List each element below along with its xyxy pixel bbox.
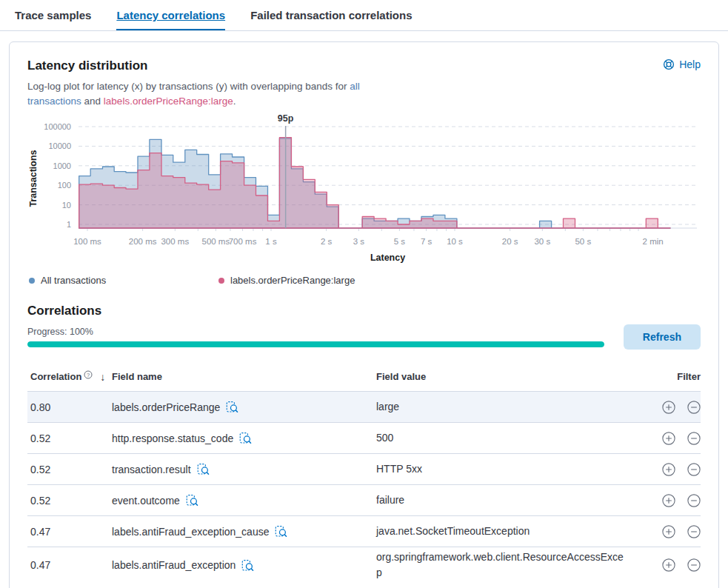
filter-include-button[interactable] bbox=[662, 558, 675, 572]
filter-exclude-button[interactable] bbox=[687, 463, 701, 476]
table-row: 0.47labels.antiFraud_exception_causejava… bbox=[27, 515, 701, 547]
field-name-value: transaction.result bbox=[112, 464, 191, 475]
svg-text:10: 10 bbox=[62, 201, 71, 210]
svg-text:1 s: 1 s bbox=[265, 237, 277, 246]
svg-text:50 s: 50 s bbox=[575, 237, 591, 246]
latency-correlations-panel: Latency distribution Help Log-log plot f… bbox=[9, 41, 719, 588]
field-stats-icon[interactable] bbox=[275, 525, 287, 538]
progress-fill bbox=[27, 341, 604, 347]
filter-include-button[interactable] bbox=[662, 525, 675, 538]
correlations-heading: Correlations bbox=[27, 304, 701, 318]
filter-include-button[interactable] bbox=[662, 401, 675, 414]
svg-text:2 s: 2 s bbox=[321, 237, 333, 246]
correlation-value: 0.52 bbox=[27, 464, 112, 475]
chart-legend: All transactions labels.orderPriceRange:… bbox=[27, 275, 701, 286]
svg-text:7 s: 7 s bbox=[421, 237, 433, 246]
description-conjunction: and bbox=[84, 96, 101, 107]
field-name-value: labels.orderPriceRange bbox=[112, 401, 220, 413]
filter-exclude-button[interactable] bbox=[687, 558, 701, 572]
table-row: 0.47labels.antiFraud_exceptionorg.spring… bbox=[27, 547, 701, 583]
sort-descending-icon[interactable]: ↓ bbox=[100, 371, 105, 383]
filter-include-button[interactable] bbox=[662, 432, 675, 445]
field-value-value: HTTP 5xx bbox=[376, 461, 632, 477]
legend-dot-pink bbox=[218, 278, 224, 284]
svg-text:700 ms: 700 ms bbox=[229, 237, 257, 246]
filter-exclude-button[interactable] bbox=[687, 401, 701, 414]
field-value-value: failure bbox=[376, 492, 632, 508]
table-row: 0.52http.response.status_code500 bbox=[27, 422, 701, 453]
progress-label: Progress: 100% bbox=[27, 327, 604, 337]
question-icon[interactable]: ? bbox=[84, 370, 93, 379]
chart-description: Log-log plot for latency (x) by transact… bbox=[27, 79, 383, 109]
svg-text:100 ms: 100 ms bbox=[73, 237, 101, 246]
correlations-table-body: 0.80labels.orderPriceRangelarge0.52http.… bbox=[27, 391, 701, 583]
svg-text:95p: 95p bbox=[278, 113, 294, 124]
tab-bar: Trace samples Latency correlations Faile… bbox=[0, 0, 728, 31]
legend-dot-blue bbox=[29, 278, 35, 284]
correlation-value: 0.47 bbox=[27, 559, 112, 571]
table-row: 0.80labels.orderPriceRangelarge bbox=[27, 391, 701, 422]
description-text: Log-log plot for latency (x) by transact… bbox=[27, 81, 347, 92]
correlation-value: 0.47 bbox=[27, 526, 112, 538]
page-title: Latency distribution bbox=[27, 59, 147, 73]
field-name-value: labels.antiFraud_exception bbox=[112, 559, 236, 571]
field-name-value: event.outcome bbox=[112, 495, 180, 507]
svg-text:100: 100 bbox=[58, 181, 71, 190]
svg-text:500 ms: 500 ms bbox=[201, 237, 230, 246]
progress-bar bbox=[27, 341, 604, 347]
field-name-value: http.response.status_code bbox=[112, 432, 233, 444]
filter-include-button[interactable] bbox=[662, 494, 675, 507]
filter-exclude-button[interactable] bbox=[687, 494, 701, 507]
tab-failed-transaction-correlations[interactable]: Failed transaction correlations bbox=[250, 9, 412, 30]
svg-text:Latency: Latency bbox=[370, 253, 405, 263]
table-row: 0.52event.outcomefailure bbox=[27, 484, 701, 515]
svg-text:10000: 10000 bbox=[48, 141, 71, 150]
svg-text:20 s: 20 s bbox=[502, 237, 518, 246]
svg-text:Transactions: Transactions bbox=[28, 150, 39, 207]
svg-text:200 ms: 200 ms bbox=[129, 237, 157, 246]
refresh-button[interactable]: Refresh bbox=[624, 324, 701, 350]
svg-text:10 s: 10 s bbox=[447, 237, 463, 246]
field-name-column-header: Field name bbox=[112, 371, 162, 382]
correlation-column-header: Correlation bbox=[30, 371, 81, 382]
help-label: Help bbox=[679, 59, 701, 70]
help-link[interactable]: Help bbox=[663, 59, 701, 70]
correlations-table: Correlation ? ↓ Field name Field value F… bbox=[27, 363, 701, 583]
field-stats-icon[interactable] bbox=[186, 494, 198, 507]
svg-text:300 ms: 300 ms bbox=[161, 237, 189, 246]
field-value-value: java.net.SocketTimeoutException bbox=[376, 524, 632, 539]
correlation-value: 0.80 bbox=[27, 401, 112, 413]
svg-text:5 s: 5 s bbox=[394, 237, 406, 246]
legend-label: labels.orderPriceRange:large bbox=[230, 275, 355, 286]
filter-exclude-button[interactable] bbox=[687, 432, 701, 445]
tab-trace-samples[interactable]: Trace samples bbox=[15, 9, 91, 30]
filter-column-header: Filter bbox=[632, 371, 701, 382]
description-period: . bbox=[233, 96, 236, 107]
correlation-value: 0.52 bbox=[27, 495, 112, 507]
latency-chart[interactable]: 110100100010000100000100 ms200 ms300 ms5… bbox=[27, 113, 709, 264]
field-stats-icon[interactable] bbox=[239, 432, 252, 444]
legend-order-price-range[interactable]: labels.orderPriceRange:large bbox=[218, 275, 408, 286]
field-stats-icon[interactable] bbox=[226, 401, 238, 413]
tab-latency-correlations[interactable]: Latency correlations bbox=[116, 9, 225, 30]
svg-text:1: 1 bbox=[67, 220, 71, 229]
table-header-row: Correlation ? ↓ Field name Field value F… bbox=[27, 363, 701, 391]
field-name-value: labels.antiFraud_exception_cause bbox=[112, 526, 269, 538]
filter-include-button[interactable] bbox=[662, 463, 675, 476]
svg-text:2 min: 2 min bbox=[643, 237, 664, 246]
svg-text:1000: 1000 bbox=[53, 161, 71, 170]
field-stats-icon[interactable] bbox=[241, 559, 254, 572]
field-stats-icon[interactable] bbox=[197, 463, 210, 475]
table-row: 0.52transaction.resultHTTP 5xx bbox=[27, 453, 701, 484]
svg-text:30 s: 30 s bbox=[534, 237, 550, 246]
legend-all-transactions[interactable]: All transactions bbox=[29, 275, 218, 286]
svg-text:100000: 100000 bbox=[44, 122, 71, 131]
field-value-value: org.springframework.web.client.ResourceA… bbox=[376, 549, 632, 581]
help-icon bbox=[663, 59, 675, 70]
svg-text:?: ? bbox=[87, 371, 90, 378]
order-price-range-link[interactable]: labels.orderPriceRange:large bbox=[104, 96, 233, 107]
correlation-value: 0.52 bbox=[27, 432, 112, 444]
filter-exclude-button[interactable] bbox=[687, 525, 701, 538]
field-value-value: large bbox=[376, 399, 632, 415]
svg-text:3 s: 3 s bbox=[353, 237, 365, 246]
